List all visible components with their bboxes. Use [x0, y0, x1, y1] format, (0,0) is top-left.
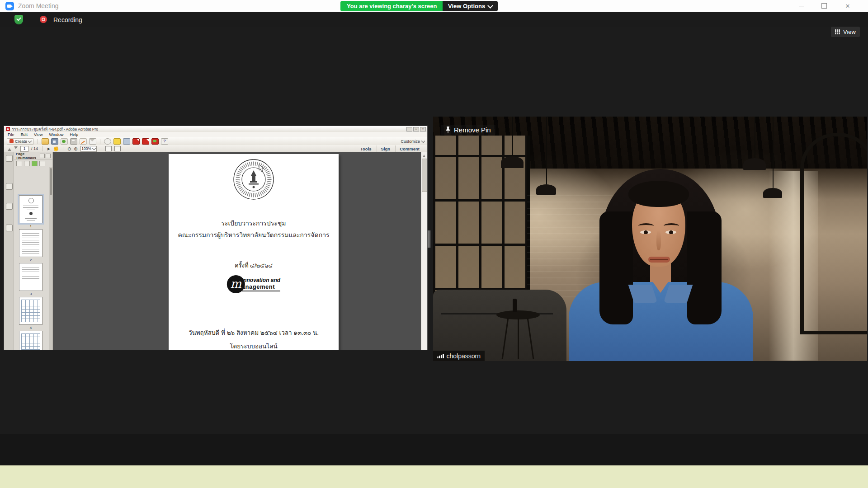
acrobat-app-icon: A	[6, 127, 10, 131]
zoom-level-select[interactable]: 100%	[80, 146, 97, 152]
participant-name-label: cholpassorn	[433, 351, 485, 361]
zoom-meeting-window: Zoom Meeting You are viewing charay's sc…	[0, 0, 868, 488]
at-sign-icon[interactable]	[104, 138, 111, 145]
document-scrollbar[interactable]	[421, 152, 427, 350]
pinned-video-tile[interactable]	[433, 117, 867, 361]
meeting-controls-toolbar: Unmute Start Video 2	[0, 434, 868, 466]
stamp-icon[interactable]	[123, 138, 130, 145]
comment-bubble-icon[interactable]	[113, 138, 121, 145]
chevron-down-icon	[92, 146, 96, 150]
zoom-out-icon[interactable]: ⊖	[67, 146, 71, 151]
pdf-page: ระเบียบวาระการประชุม คณะกรรมการผู้บริหาร…	[169, 154, 339, 350]
print-icon[interactable]	[70, 138, 77, 145]
save-icon[interactable]	[51, 138, 58, 145]
page-thumbnails-panel: Page Thumbnails 1	[4, 152, 53, 350]
previous-page-icon[interactable]	[8, 146, 11, 151]
thumbnail-add-icon[interactable]	[32, 161, 38, 166]
thumbnail-image[interactable]	[19, 263, 42, 291]
panel-collapse-icon[interactable]	[40, 154, 45, 158]
doc-title-line1: ระเบียบวาระการประชุม	[169, 218, 339, 228]
zoom-level-value: 100%	[81, 146, 91, 151]
thumbnail-number: 4	[18, 326, 44, 330]
thumbnail-options-icon[interactable]	[16, 161, 22, 166]
signatures-panel-icon[interactable]	[6, 225, 13, 231]
doc-date-line: วันพฤหัสบดี ที่ ๒๖ สิงหาคม ๒๕๖๔ เวลา ๑๓.…	[169, 328, 339, 338]
bookmarks-panel-icon[interactable]	[6, 183, 13, 190]
fit-page-icon[interactable]	[114, 146, 121, 151]
open-icon[interactable]	[42, 138, 49, 145]
zoom-in-icon[interactable]: ⊕	[74, 146, 77, 151]
pdf-tool-icon-1[interactable]	[132, 138, 140, 145]
menu-edit[interactable]: Edit	[21, 132, 28, 137]
window-titlebar: Zoom Meeting You are viewing charay's sc…	[0, 0, 868, 13]
recording-label: Recording	[53, 16, 82, 23]
thumbnail-print-icon[interactable]	[24, 161, 30, 166]
page-thumbnail-4[interactable]: 4	[18, 297, 44, 330]
page-thumbnail-3[interactable]: 3	[18, 263, 44, 296]
pdf-export-icon[interactable]	[151, 138, 159, 145]
university-seal	[233, 159, 274, 200]
thumbnail-number: 1	[18, 224, 44, 228]
chevron-down-icon	[28, 139, 32, 142]
panel-scrollbar[interactable]	[49, 167, 52, 350]
tab-tools[interactable]: Tools	[356, 145, 376, 152]
tab-sign[interactable]: Sign	[377, 145, 395, 152]
page-total-label: / 14	[31, 146, 38, 151]
thumbnail-delete-icon[interactable]	[39, 161, 45, 166]
split-divider-handle[interactable]	[428, 230, 431, 248]
page-number-input[interactable]: 1	[20, 146, 28, 152]
tab-comment[interactable]: Comment	[395, 145, 424, 152]
acrobat-titlebar[interactable]: A วาระการประชุมครั้งที่ 4-64.pdf - Adobe…	[4, 126, 427, 132]
view-button[interactable]: View	[831, 27, 860, 37]
acrobat-close-button[interactable]: ×	[420, 127, 426, 131]
pdf-tool-icon-2[interactable]	[142, 138, 149, 145]
next-page-icon[interactable]	[14, 146, 18, 151]
menu-view[interactable]: View	[34, 132, 42, 137]
help-icon[interactable]: ?	[161, 138, 168, 145]
panel-close-icon[interactable]	[46, 154, 51, 158]
minimize-button[interactable]	[791, 0, 812, 12]
send-cloud-icon[interactable]	[61, 138, 68, 145]
thumbnail-number: 2	[18, 258, 44, 262]
document-area: ระเบียบวาระการประชุม คณะกรรมการผู้บริหาร…	[53, 152, 421, 350]
thumbnails-toolbar	[14, 160, 52, 167]
fit-width-icon[interactable]	[105, 146, 112, 151]
acrobat-minimize-button[interactable]: –	[406, 127, 412, 131]
close-button[interactable]: ✕	[837, 0, 858, 12]
recording-indicator-icon[interactable]	[40, 16, 47, 23]
thumbnail-image[interactable]	[19, 229, 42, 257]
acrobat-title-text: วาระการประชุมครั้งที่ 4-64.pdf - Adobe A…	[12, 126, 98, 132]
meeting-top-bar: Recording View	[0, 12, 868, 27]
menu-window[interactable]: Window	[49, 132, 63, 137]
edit-pdf-icon[interactable]	[80, 138, 87, 145]
pages-panel-icon[interactable]	[6, 155, 13, 162]
page-thumbnail-2[interactable]: 2	[18, 229, 44, 262]
eyebrow	[664, 223, 679, 229]
menu-file[interactable]: File	[8, 132, 14, 137]
view-options-button[interactable]: View Options	[443, 1, 498, 11]
attachments-panel-icon[interactable]	[6, 203, 13, 210]
participant-hair	[599, 211, 633, 324]
thumbnail-image[interactable]	[19, 195, 42, 223]
chevron-down-icon	[487, 3, 493, 9]
customize-button[interactable]: Customize	[401, 139, 425, 144]
maximize-button[interactable]	[814, 0, 835, 12]
thumbnail-image[interactable]	[19, 297, 42, 325]
doc-meeting-number: ครั้งที่ ๔/๒๕๖๔	[169, 261, 339, 270]
remove-pin-button[interactable]: Remove Pin	[441, 125, 495, 135]
bottle	[513, 299, 517, 312]
create-button[interactable]: Create	[7, 138, 34, 145]
page-thumbnail-1[interactable]: 1	[18, 195, 44, 228]
page-thumbnail-5[interactable]: 5	[18, 331, 44, 350]
acrobat-window: A วาระการประชุมครั้งที่ 4-64.pdf - Adobe…	[4, 126, 428, 350]
security-shield-icon[interactable]	[14, 15, 23, 24]
hand-tool-icon[interactable]: ✊	[53, 146, 58, 151]
acrobat-maximize-button[interactable]: □	[413, 127, 419, 131]
participant-name: cholpassorn	[447, 352, 481, 360]
select-tool-icon[interactable]: ➤	[47, 146, 50, 151]
email-icon[interactable]	[89, 138, 96, 145]
thumbnail-image[interactable]	[19, 331, 42, 350]
participant-hair	[687, 211, 722, 324]
menu-help[interactable]: Help	[70, 132, 78, 137]
gallery-grid-icon	[835, 29, 840, 35]
